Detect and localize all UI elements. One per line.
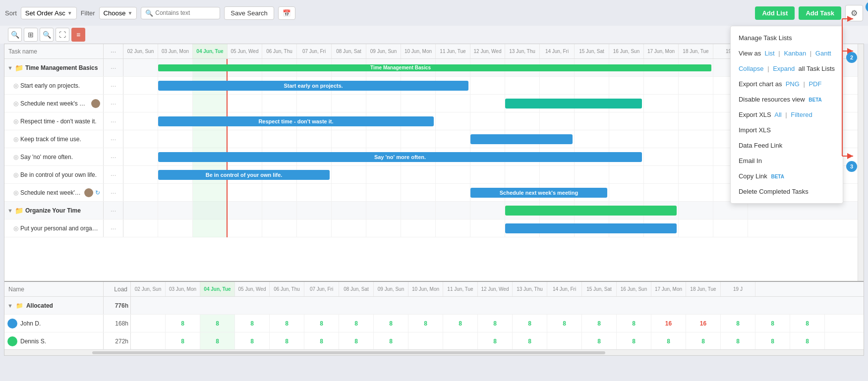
task-check-icon: ◎	[13, 118, 18, 125]
task-actions-cell[interactable]: ···	[104, 184, 123, 201]
zoom-in-button[interactable]: 🔍	[8, 28, 22, 42]
task-row: ◎ Put your personal and organizational g…	[4, 219, 864, 237]
expand-icon[interactable]: ▼	[7, 208, 13, 214]
menu-item-export-xls: Export XLS All | Filtered	[731, 107, 843, 122]
view-as-kanban-link[interactable]: Kanban	[784, 50, 806, 57]
resource-data-cell: 8	[478, 332, 513, 349]
gantt-bar[interactable]: Schedule next week's meeting	[470, 188, 607, 198]
sort-select[interactable]: Set Order Asc ▼	[21, 7, 77, 19]
menu-item-manage-task-lists[interactable]: Manage Task Lists	[731, 30, 843, 46]
search-icon: 🔍	[145, 9, 153, 17]
resource-data-cell: 8	[200, 315, 235, 332]
resource-data-cell	[547, 332, 582, 349]
load-header: Load	[104, 282, 131, 296]
zoom-fit-button[interactable]: ⊞	[24, 28, 38, 42]
resource-data-cell: 8	[408, 315, 443, 332]
gantt-bar[interactable]: Start early on projects.	[158, 81, 468, 91]
task-check-icon: ◎	[13, 136, 18, 143]
calendar-icon-button[interactable]: 📅	[278, 6, 295, 20]
zoom-out-button[interactable]: 🔍	[40, 28, 54, 42]
menu-item-import-xls[interactable]: Import XLS	[731, 122, 843, 138]
task-label: Say 'no' more often.	[20, 154, 100, 161]
task-check-icon: ◎	[13, 100, 18, 107]
resource-data-cell: 16	[686, 315, 721, 332]
resource-avatar	[7, 319, 17, 328]
menu-item-email-in[interactable]: Email In	[731, 153, 843, 168]
resource-data-cell: 8	[270, 332, 304, 349]
save-search-button[interactable]: Save Search	[224, 6, 274, 20]
resource-data-cell	[131, 315, 166, 332]
task-row: ▼ 📁 Organize Your Time···	[4, 202, 864, 219]
gantt-vscroll[interactable]	[858, 44, 864, 281]
expand-icon[interactable]: ▼	[7, 65, 13, 71]
gantt-bar[interactable]: Be in control of your own life.	[158, 170, 330, 180]
menu-item-delete-completed[interactable]: Delete Completed Tasks	[731, 184, 843, 199]
resource-data-cell	[131, 332, 166, 349]
add-list-button[interactable]: Add List	[755, 6, 795, 20]
resource-data-cell: 8	[339, 332, 374, 349]
resource-data-cell: 8	[235, 315, 270, 332]
task-actions-cell[interactable]: ···	[104, 202, 123, 219]
resource-data-cell: 8	[478, 315, 513, 332]
task-check-icon: ◎	[13, 154, 18, 161]
task-actions-cell[interactable]: ···	[104, 148, 123, 165]
view-mode-button[interactable]: ≡	[71, 28, 85, 42]
gantt-bar[interactable]	[505, 99, 642, 109]
task-label: Start early on projects.	[20, 82, 100, 89]
gantt-bar[interactable]	[470, 134, 573, 144]
menu-item-collapse-expand: Collapse | Expand all Task Lists	[731, 61, 843, 76]
view-as-gantt-link[interactable]: Gantt	[815, 50, 831, 57]
resource-rows: ▼ 📁 Allocated776h John D.168h88888888888…	[4, 297, 864, 349]
h-scrollbar-thumb[interactable]	[92, 351, 605, 354]
export-xls-all-link[interactable]: All	[774, 111, 781, 118]
task-check-icon: ◎	[13, 171, 18, 178]
gantt-bar[interactable]	[505, 206, 677, 216]
resource-data-cell: 8	[304, 332, 339, 349]
task-actions-cell[interactable]: ···	[104, 95, 123, 112]
task-label: Respect time - don't waste it.	[20, 118, 100, 125]
resource-data-cell	[443, 332, 478, 349]
resource-data-cell: 8	[547, 315, 582, 332]
resource-data-cell: 8	[235, 332, 270, 349]
menu-item-disable-resources[interactable]: Disable resources view BETA	[731, 92, 843, 107]
name-header: Name	[4, 282, 104, 296]
resource-row: Dennis S.272h8888888888888888	[4, 332, 864, 349]
gantt-bar[interactable]: Respect time - don't waste it.	[158, 116, 434, 126]
gantt-bar[interactable]	[505, 223, 677, 233]
add-task-button[interactable]: Add Task	[799, 6, 841, 20]
resource-data-cell: 8	[651, 332, 686, 349]
task-actions-cell[interactable]: ···	[104, 219, 123, 237]
filter-label: Filter	[81, 9, 95, 17]
menu-item-data-feed[interactable]: Data Feed Link	[731, 138, 843, 153]
expand-link[interactable]: Expand	[773, 65, 795, 72]
task-actions-cell[interactable]: ···	[104, 112, 123, 130]
sort-chevron-icon: ▼	[67, 10, 72, 16]
export-xls-filtered-link[interactable]: Filtered	[791, 111, 812, 118]
resource-data-cell: 8	[166, 315, 200, 332]
task-label: Schedule next week's meeting	[20, 189, 82, 196]
gantt-bar[interactable]: Say 'no' more often.	[158, 152, 642, 162]
export-pdf-link[interactable]: PDF	[809, 80, 821, 88]
filter-select[interactable]: Choose ▼	[99, 7, 137, 19]
export-png-link[interactable]: PNG	[786, 80, 800, 88]
search-input[interactable]	[155, 9, 215, 16]
resource-load-cell: 776h	[104, 297, 131, 314]
menu-item-export-chart: Export chart as PNG | PDF	[731, 76, 843, 92]
group-gantt-bar: Time Management Basics	[158, 64, 711, 71]
view-as-list-link[interactable]: List	[765, 50, 775, 57]
resource-data-cell: 8	[582, 332, 617, 349]
resource-header-row: Name Load 02 Jun, Sun03 Jun, Mon04 Jun, …	[4, 282, 864, 297]
settings-gear-button[interactable]: ⚙ 1	[845, 5, 863, 21]
task-actions-cell[interactable]: ···	[104, 77, 123, 94]
resource-data-cell: 8	[374, 315, 408, 332]
res-expand-icon[interactable]: ▼	[7, 303, 13, 309]
task-actions-cell[interactable]: ···	[104, 166, 123, 183]
task-actions-cell[interactable]: ···	[104, 130, 123, 148]
res-group-label: Allocated	[26, 302, 53, 309]
h-scrollbar[interactable]	[4, 349, 864, 355]
task-actions-cell[interactable]: ···	[104, 59, 123, 76]
task-label: Schedule next week's meeting	[20, 100, 89, 107]
zoom-expand-button[interactable]: ⛶	[56, 28, 69, 42]
menu-item-copy-link[interactable]: Copy Link BETA	[731, 168, 843, 184]
collapse-link[interactable]: Collapse	[739, 65, 764, 72]
